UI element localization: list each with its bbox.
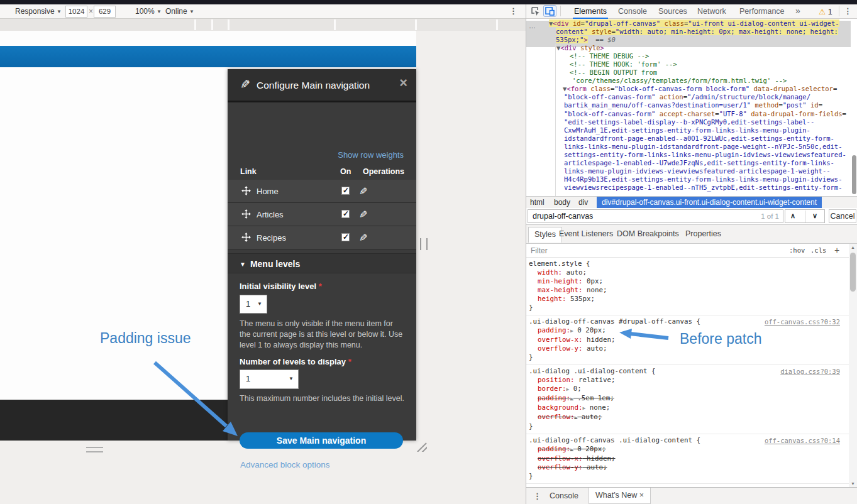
check-icon: ✓ [343,186,349,195]
hov-toggle[interactable]: :hov [789,246,805,254]
save-button[interactable]: Save Main navigation [240,432,403,449]
tab-network[interactable]: Network [697,7,726,16]
viewport-resize-handle-corner[interactable] [417,442,427,452]
inspect-icon[interactable] [531,6,541,19]
viewport-resize-handle-bottom[interactable] [86,447,103,452]
styles-scrollbar[interactable]: ▲ ▼ [849,244,857,487]
css-property[interactable]: width: auto; [529,268,846,277]
move-icon[interactable] [241,186,251,198]
code-line: bartik_main_menu/off-canvas?destination=… [526,101,851,109]
css-property[interactable]: padding:▶ 0 20px; [529,445,846,454]
css-property[interactable]: padding:▶ .5em 1em; [529,394,846,403]
edit-pencil-icon[interactable]: ✎ [359,209,367,221]
search-nav-buttons: ∧ ∨ [785,209,825,223]
menu-levels-section-header[interactable]: ▼Menu levels [228,253,416,273]
stylesheet-link[interactable]: off-canvas.css?0:14 [765,436,840,445]
css-property[interactable]: overflow-y: auto; [529,463,846,472]
scroll-up-icon[interactable]: ▲ [851,245,855,249]
code-line: ▼<div id="drupal-off-canvas" class="ui-f… [526,19,851,28]
move-icon[interactable] [241,209,251,221]
dimension-times-label: × [89,7,93,16]
tab-console[interactable]: Console [618,7,647,16]
elements-tree[interactable]: ▼<div id="drupal-off-canvas" class="ui-f… [526,19,851,196]
crumb-selected[interactable]: div#drupal-off-canvas.ui-front.ui-dialog… [597,197,822,209]
code-line: <!-- THEME DEBUG --> [526,52,851,60]
styles-rules-list[interactable]: element.style {width: auto;min-height: 0… [526,258,849,487]
css-property[interactable]: overflow-x: hidden; [529,454,846,463]
enabled-checkbox[interactable]: ✓ [341,233,350,241]
show-row-weights-link[interactable]: Show row weights [338,150,404,160]
devtools-panel: Elements Console Sources Network Perform… [526,4,857,504]
caret-down-icon: ▼ [157,9,162,14]
tab-event-listeners[interactable]: Event Listeners [559,229,613,238]
css-property[interactable]: max-height: none; [529,286,846,295]
code-line: articlespage-1-enabled--U7wdeJFzqNs,edit… [526,159,851,167]
tab-dom-breakpoints[interactable]: DOM Breakpoints [617,229,679,238]
tab-performance[interactable]: Performance [739,7,785,16]
search-next-icon[interactable]: ∨ [812,212,817,220]
drawer-tab-whats-new[interactable]: What's New × [589,488,651,504]
crumb-div[interactable]: div [578,198,588,207]
css-property[interactable]: height: 535px; [529,295,846,304]
cls-toggle[interactable]: .cls [810,246,826,254]
zoom-select[interactable]: 100% ▼ [135,7,162,16]
viewport-height-input[interactable]: 629 [94,6,116,18]
enabled-checkbox[interactable]: ✓ [341,187,350,195]
crumb-body[interactable]: body [554,198,570,207]
code-line: links-menu-plugin-idviews-viewviewsfeatu… [526,167,851,175]
code-line: idstandardfront-page-enabled--a0O1-92LWU… [526,134,851,143]
move-icon[interactable] [241,233,251,244]
warning-badge[interactable]: ⚠ 1 [819,7,832,16]
annotation-before-patch: Before patch [680,331,761,348]
pencil-icon: ✎ [240,77,250,92]
toolbar-divider [560,6,561,16]
viewport-resize-handle-right[interactable] [420,238,428,250]
elements-scrollbar[interactable] [852,155,856,194]
stylesheet-link[interactable]: dialog.css?0:39 [780,367,840,376]
search-input[interactable]: drupal-off-canvas 1 of 1 [528,209,783,223]
new-rule-plus-icon[interactable]: + [834,245,839,255]
device-mode-select[interactable]: Responsive ▼ [15,7,62,16]
css-property[interactable]: min-height: 0px; [529,277,846,286]
code-line: content" style="width: auto; min-height:… [526,28,851,36]
initial-visibility-select[interactable]: 1 ▼ [240,295,267,314]
tab-styles[interactable]: Styles [528,227,562,243]
edit-pencil-icon[interactable]: ✎ [359,185,367,197]
zoom-value: 100% [135,7,155,16]
crumb-html[interactable]: html [530,198,545,207]
css-property[interactable]: background:▶ none; [529,403,846,413]
check-icon: ✓ [343,209,349,218]
code-line: "edit-settings-label-display--b-xPNCgRMy… [526,118,851,126]
filter-input[interactable]: Filter [531,246,548,255]
scroll-thumb[interactable] [850,253,856,292]
scroll-down-icon[interactable]: ▼ [851,481,855,486]
tab-sources[interactable]: Sources [658,7,687,16]
devtools-menu-icon[interactable]: ⋮ [844,6,852,16]
styles-filter-row: Filter :hov .cls + [526,244,849,258]
viewport-width-input[interactable]: 1024 [65,6,87,18]
css-property[interactable]: border:▶ 0; [529,385,846,394]
stylesheet-link[interactable]: off-canvas.css?0:32 [765,317,840,326]
advanced-block-options-link[interactable]: Advanced block options [240,460,330,469]
device-toolbar-toggle-icon[interactable] [543,5,556,17]
css-property[interactable]: overflow:▶ auto; [529,413,846,422]
drawer-tab-console[interactable]: Console [550,491,578,500]
edit-pencil-icon[interactable]: ✎ [359,232,367,244]
levels-display-select[interactable]: 1 ▼ [240,370,299,389]
code-line: viewviewsrecipespage-1-enabled--nTH5_zvt… [526,184,851,192]
close-icon[interactable]: × [399,76,407,90]
drawer-menu-icon[interactable]: ⋮ [533,491,541,501]
tab-separator [194,19,196,30]
close-icon[interactable]: × [639,491,644,500]
css-property[interactable]: position: relative; [529,376,846,385]
tab-elements[interactable]: Elements [574,7,607,16]
tab-properties[interactable]: Properties [685,229,721,238]
enabled-checkbox[interactable]: ✓ [341,210,350,218]
throttle-select[interactable]: Online ▼ [165,7,194,16]
search-prev-icon[interactable]: ∧ [790,212,795,220]
search-bar: drupal-off-canvas 1 of 1 ∧ ∨ Cancel [526,208,857,225]
device-toolbar-menu-icon[interactable]: ⋮ [509,6,517,16]
search-cancel-button[interactable]: Cancel [829,209,856,223]
more-tabs-icon[interactable]: » [795,6,800,16]
code-line: links-links-menu-plugin-idstandardfront-… [526,143,851,151]
